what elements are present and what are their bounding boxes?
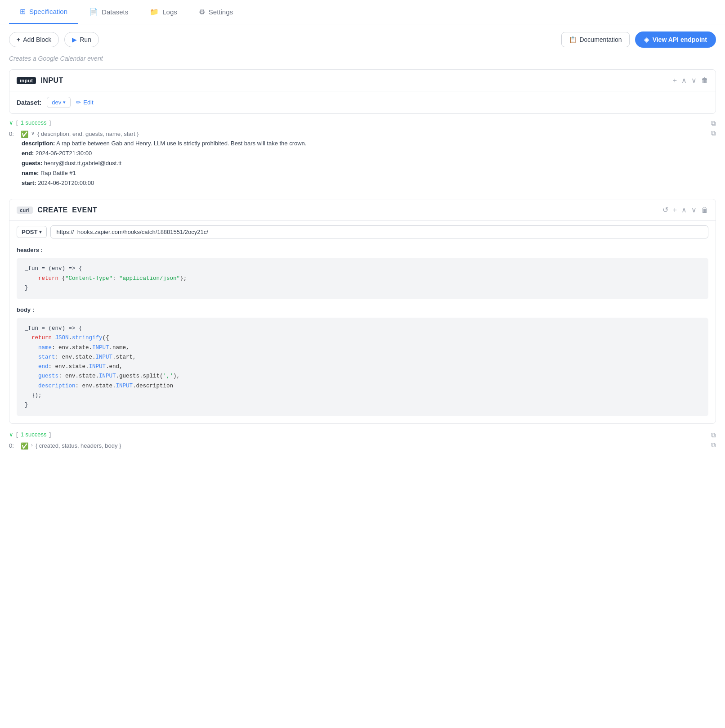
output-copy-icons: ⧉ ⧉ — [711, 431, 716, 449]
move-down-curl-icon[interactable]: ∨ — [691, 206, 697, 214]
edit-icon: ✏ — [76, 99, 81, 106]
documentation-label: Documentation — [579, 36, 622, 43]
output-success-toggle[interactable]: ∨ [ 1 success ] — [9, 431, 121, 438]
run-label: Run — [80, 36, 91, 43]
view-api-label: View API endpoint — [653, 36, 707, 43]
input-block-body: Dataset: dev ▾ ✏ Edit — [9, 91, 716, 113]
output-result-index: 0: — [9, 442, 18, 449]
code-line-h3: } — [25, 283, 700, 293]
settings-icon: ⚙ — [199, 8, 205, 16]
body-line-4: start: env.state.INPUT.start, — [25, 353, 700, 362]
tab-settings-label: Settings — [209, 8, 233, 16]
add-curl-icon[interactable]: + — [673, 206, 677, 214]
tab-datasets[interactable]: 📄 Datasets — [78, 0, 139, 24]
delete-input-icon[interactable]: 🗑 — [701, 76, 708, 85]
result-field-description: description: A rap battle between Gab an… — [22, 139, 306, 148]
body-line-8: }); — [25, 391, 700, 400]
body-line-1: _fun = (env) => { — [25, 324, 700, 333]
tab-bar: ⊞ Specification 📄 Datasets 📁 Logs ⚙ Sett… — [0, 0, 725, 24]
input-block-card: input INPUT + ∧ ∨ 🗑 Dataset: dev ▾ ✏ Edi… — [9, 69, 716, 114]
add-input-icon[interactable]: + — [673, 76, 677, 85]
curl-block-header: curl CREATE_EVENT ↺ + ∧ ∨ 🗑 — [9, 199, 716, 220]
body-line-2: return JSON.stringify({ — [25, 333, 700, 343]
curl-block-card: curl CREATE_EVENT ↺ + ∧ ∨ 🗑 POST ▾ heade… — [9, 199, 716, 424]
input-block-title: INPUT — [40, 76, 63, 85]
code-line-h2: return {"Content-Type": "application/jso… — [25, 274, 700, 283]
chevron-down-icon: ▾ — [63, 99, 66, 105]
tab-settings[interactable]: ⚙ Settings — [188, 0, 244, 24]
plus-icon: + — [17, 36, 20, 43]
output-copy-icon-1[interactable]: ⧉ — [711, 431, 716, 439]
curl-block-title: CREATE_EVENT — [37, 206, 97, 214]
output-chevron-icon: › — [31, 442, 33, 448]
tab-logs[interactable]: 📁 Logs — [139, 0, 188, 24]
output-result-row: 0: ✅ › { created, status, headers, body … — [9, 441, 121, 450]
result-field-end: end: 2024-06-20T21:30:00 — [22, 148, 306, 158]
code-line-h1: _fun = (env) => { — [25, 264, 700, 274]
datasets-icon: 📄 — [89, 8, 98, 16]
specification-icon: ⊞ — [20, 7, 26, 16]
result-field-name: name: Rap Battle #1 — [22, 168, 306, 178]
dataset-value: dev — [52, 99, 61, 106]
headers-label: headers : — [9, 243, 716, 255]
move-up-icon[interactable]: ∧ — [681, 76, 687, 85]
input-block-actions: + ∧ ∨ 🗑 — [673, 76, 708, 85]
copy-icon-1[interactable]: ⧉ — [711, 119, 716, 127]
result-keys: { description, end, guests, name, start … — [37, 130, 139, 137]
input-badge: input — [17, 77, 36, 84]
edit-button[interactable]: ✏ Edit — [76, 99, 93, 106]
chevron-down-icon: ∨ — [9, 119, 13, 126]
output-result-section: ∨ [ 1 success ] 0: ✅ › { created, status… — [0, 426, 725, 456]
chevron-icon: ∨ — [31, 130, 35, 136]
result-data: description: A rap battle between Gab an… — [22, 139, 306, 188]
doc-icon: 📋 — [569, 36, 577, 43]
move-down-icon[interactable]: ∨ — [691, 76, 697, 85]
input-success-toggle[interactable]: ∨ [ 1 success ] — [9, 119, 306, 126]
view-api-button[interactable]: ◈ View API endpoint — [635, 31, 716, 48]
delete-curl-icon[interactable]: 🗑 — [701, 206, 708, 214]
success-check-icon: ✅ — [21, 130, 28, 138]
url-row: POST ▾ — [9, 221, 716, 243]
run-icon: ▶ — [72, 36, 77, 43]
body-code-block: _fun = (env) => { return JSON.stringify(… — [17, 318, 708, 416]
add-block-label: Add Block — [23, 36, 51, 43]
copy-icon-2[interactable]: ⧉ — [711, 129, 716, 137]
method-value: POST — [22, 229, 37, 235]
method-chevron-icon: ▾ — [39, 229, 42, 235]
curl-block-actions: ↺ + ∧ ∨ 🗑 — [662, 206, 708, 214]
edit-label: Edit — [83, 99, 93, 106]
body-line-3: name: env.state.INPUT.name, — [25, 343, 700, 353]
input-result-row: 0: ✅ ∨ { description, end, guests, name,… — [9, 130, 306, 139]
documentation-button[interactable]: 📋 Documentation — [561, 32, 629, 47]
logs-icon: 📁 — [150, 8, 159, 16]
url-input[interactable] — [50, 225, 708, 238]
method-select[interactable]: POST ▾ — [17, 226, 47, 238]
copy-icons: ⧉ ⧉ — [711, 119, 716, 137]
output-copy-icon-2[interactable]: ⧉ — [711, 441, 716, 449]
input-result-section: ∨ [ 1 success ] 0: ✅ ∨ { description, en… — [0, 114, 725, 193]
tab-logs-label: Logs — [162, 8, 177, 16]
move-up-curl-icon[interactable]: ∧ — [681, 206, 687, 214]
tab-datasets-label: Datasets — [102, 8, 128, 16]
output-success-count: 1 success — [21, 431, 47, 438]
body-line-6: guests: env.state.INPUT.guests.split(','… — [25, 372, 700, 381]
api-icon: ◈ — [644, 36, 649, 43]
output-result-keys: { created, status, headers, body } — [36, 442, 121, 449]
body-label: body : — [9, 302, 716, 315]
chevron-down-icon: ∨ — [9, 431, 13, 438]
dataset-select[interactable]: dev ▾ — [47, 97, 71, 108]
input-success-count: 1 success — [21, 119, 47, 126]
tab-specification-label: Specification — [29, 8, 67, 15]
body-line-5: end: env.state.INPUT.end, — [25, 362, 700, 372]
tab-specification[interactable]: ⊞ Specification — [9, 0, 78, 24]
run-button[interactable]: ▶ Run — [64, 32, 99, 47]
input-block-header: input INPUT + ∧ ∨ 🗑 — [9, 70, 716, 91]
result-field-start: start: 2024-06-20T20:00:00 — [22, 178, 306, 188]
page-subtitle: Creates a Google Calendar event — [0, 55, 725, 69]
toolbar: + Add Block ▶ Run 📋 Documentation ◈ View… — [0, 24, 725, 55]
headers-code-block: _fun = (env) => { return {"Content-Type"… — [17, 258, 708, 299]
curl-badge: curl — [17, 207, 33, 214]
add-block-button[interactable]: + Add Block — [9, 32, 59, 47]
result-field-guests: guests: henry@dust.tt,gabriel@dust.tt — [22, 158, 306, 168]
refresh-icon[interactable]: ↺ — [662, 206, 668, 214]
